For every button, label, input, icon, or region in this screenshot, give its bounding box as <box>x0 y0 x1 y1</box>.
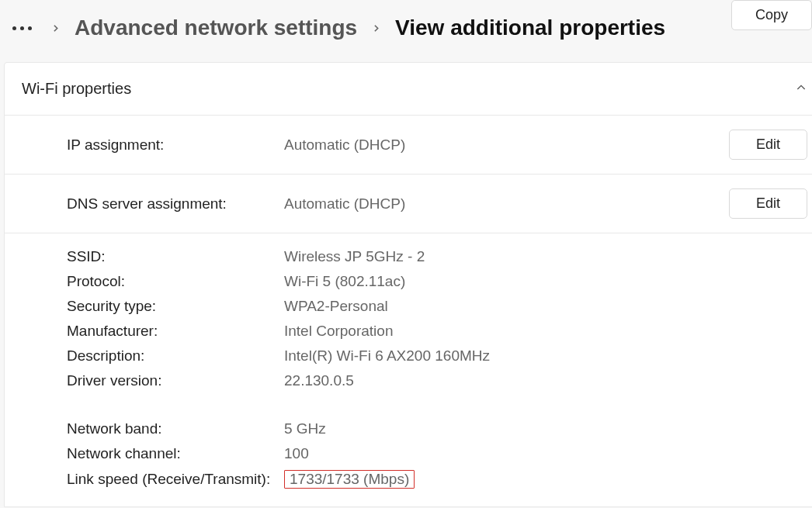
detail-value: 1733/1733 (Mbps) <box>284 470 807 489</box>
detail-value: Intel(R) Wi-Fi 6 AX200 160MHz <box>284 347 807 365</box>
wifi-details: Copy SSID:Wireless JP 5GHz - 2Protocol:W… <box>5 233 812 506</box>
detail-value: 100 <box>284 445 807 462</box>
breadcrumb-current: View additional properties <box>395 16 665 40</box>
detail-row: Network channel:100 <box>67 441 807 466</box>
detail-value: Wi-Fi 5 (802.11ac) <box>284 273 807 290</box>
ip-assignment-row: IP assignment: Automatic (DHCP) Edit <box>5 116 812 175</box>
detail-value: WPA2-Personal <box>284 298 807 315</box>
detail-label: Security type: <box>67 298 284 315</box>
detail-row: Manufacturer:Intel Corporation <box>67 319 807 344</box>
detail-label: Link speed (Receive/Transmit): <box>67 471 284 488</box>
detail-row: Security type:WPA2-Personal <box>67 294 807 319</box>
detail-row: Link speed (Receive/Transmit):1733/1733 … <box>67 466 807 492</box>
chevron-right-icon <box>371 23 381 33</box>
edit-ip-button[interactable]: Edit <box>729 130 807 160</box>
detail-row: Description:Intel(R) Wi-Fi 6 AX200 160MH… <box>67 344 807 368</box>
dns-assignment-value: Automatic (DHCP) <box>284 195 729 213</box>
highlight-box: 1733/1733 (Mbps) <box>284 470 415 489</box>
detail-value: Intel Corporation <box>284 323 807 340</box>
detail-label: Driver version: <box>67 372 284 389</box>
edit-dns-button[interactable]: Edit <box>729 188 807 219</box>
breadcrumb-more-icon[interactable] <box>8 26 36 30</box>
breadcrumb: Advanced network settings View additiona… <box>0 0 812 62</box>
dns-assignment-label: DNS server assignment: <box>67 195 284 213</box>
chevron-up-icon <box>795 80 807 98</box>
detail-row: SSID:Wireless JP 5GHz - 2 <box>67 244 807 269</box>
detail-value: 22.130.0.5 <box>284 372 807 389</box>
panel-header[interactable]: Wi-Fi properties <box>5 63 812 116</box>
detail-label: Network band: <box>67 420 284 437</box>
detail-label: Network channel: <box>67 445 284 462</box>
ip-assignment-label: IP assignment: <box>67 137 284 154</box>
detail-label: Description: <box>67 347 284 365</box>
detail-row: Protocol:Wi-Fi 5 (802.11ac) <box>67 269 807 294</box>
wifi-properties-panel: Wi-Fi properties IP assignment: Automati… <box>4 62 812 507</box>
detail-label: Manufacturer: <box>67 323 284 340</box>
copy-button[interactable]: Copy <box>731 0 812 30</box>
panel-title: Wi-Fi properties <box>22 80 131 98</box>
detail-label: SSID: <box>67 248 284 265</box>
dns-assignment-row: DNS server assignment: Automatic (DHCP) … <box>5 175 812 233</box>
detail-value: Wireless JP 5GHz - 2 <box>284 248 807 265</box>
detail-label: Protocol: <box>67 273 284 290</box>
ip-assignment-value: Automatic (DHCP) <box>284 137 729 154</box>
detail-row: Driver version:22.130.0.5 <box>67 368 807 393</box>
chevron-right-icon <box>50 23 61 33</box>
breadcrumb-parent[interactable]: Advanced network settings <box>75 16 357 40</box>
detail-value: 5 GHz <box>284 420 807 437</box>
detail-row: Network band:5 GHz <box>67 416 807 441</box>
